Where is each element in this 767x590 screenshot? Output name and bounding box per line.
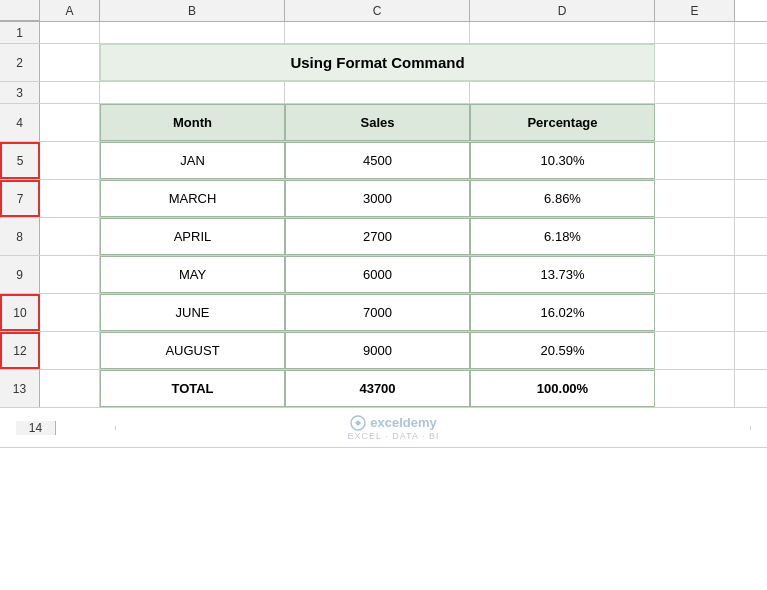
cell-9a[interactable] xyxy=(40,256,100,293)
watermark-sub: EXCEL · DATA · BI xyxy=(348,431,440,441)
cell-1e[interactable] xyxy=(655,22,735,43)
cell-1c[interactable] xyxy=(285,22,470,43)
cell-1b[interactable] xyxy=(100,22,285,43)
cell-7b: MARCH xyxy=(100,180,285,217)
row-12: 12 AUGUST 9000 20.59% xyxy=(0,332,767,370)
title-cell: Using Format Command xyxy=(100,44,655,81)
cell-13d: 100.00% xyxy=(470,370,655,407)
row-header-2: 2 xyxy=(0,44,40,81)
row-1: 1 xyxy=(0,22,767,44)
row-14: 14 exceldemy EXCEL · DATA · BI xyxy=(0,408,767,448)
cell-8e[interactable] xyxy=(655,218,735,255)
cell-5c: 4500 xyxy=(285,142,470,179)
cell-3a[interactable] xyxy=(40,82,100,103)
watermark-icon xyxy=(350,415,366,431)
cell-3c[interactable] xyxy=(285,82,470,103)
cell-5b: JAN xyxy=(100,142,285,179)
row-header-7: 7 xyxy=(0,180,40,217)
row-header-14: 14 xyxy=(16,421,56,435)
cell-10b: JUNE xyxy=(100,294,285,331)
row-header-3: 3 xyxy=(0,82,40,103)
cell-12c: 9000 xyxy=(285,332,470,369)
col-header-b: B xyxy=(100,0,285,21)
row-9: 9 MAY 6000 13.73% xyxy=(0,256,767,294)
row-3: 3 xyxy=(0,82,767,104)
row-13: 13 TOTAL 43700 100.00% xyxy=(0,370,767,408)
cell-7a[interactable] xyxy=(40,180,100,217)
cell-5a[interactable] xyxy=(40,142,100,179)
cell-7c: 3000 xyxy=(285,180,470,217)
cell-7d: 6.86% xyxy=(470,180,655,217)
cell-12d: 20.59% xyxy=(470,332,655,369)
row-header-5: 5 xyxy=(0,142,40,179)
corner-cell xyxy=(0,0,40,21)
cell-13a[interactable] xyxy=(40,370,100,407)
row-header-8: 8 xyxy=(0,218,40,255)
cell-2e[interactable] xyxy=(655,44,735,81)
header-month: Month xyxy=(100,104,285,141)
watermark-name: exceldemy xyxy=(370,415,437,430)
row-header-1: 1 xyxy=(0,22,40,43)
cell-10e[interactable] xyxy=(655,294,735,331)
row-header-4: 4 xyxy=(0,104,40,141)
header-percentage: Percentage xyxy=(470,104,655,141)
cell-12b: AUGUST xyxy=(100,332,285,369)
row-header-10: 10 xyxy=(0,294,40,331)
row-5: 5 JAN 4500 10.30% xyxy=(0,142,767,180)
row-8: 8 APRIL 2700 6.18% xyxy=(0,218,767,256)
cell-8d: 6.18% xyxy=(470,218,655,255)
cell-14a[interactable] xyxy=(56,426,116,430)
watermark: exceldemy EXCEL · DATA · BI xyxy=(348,415,440,441)
cell-5d: 10.30% xyxy=(470,142,655,179)
header-sales: Sales xyxy=(285,104,470,141)
cell-13b: TOTAL xyxy=(100,370,285,407)
spreadsheet: A B C D E 1 2 Using Format Command 3 xyxy=(0,0,767,590)
column-headers-row: A B C D E xyxy=(0,0,767,22)
row-10: 10 JUNE 7000 16.02% xyxy=(0,294,767,332)
cell-8c: 2700 xyxy=(285,218,470,255)
row-7: 7 MARCH 3000 6.86% xyxy=(0,180,767,218)
col-header-e: E xyxy=(655,0,735,21)
cell-13e[interactable] xyxy=(655,370,735,407)
col-header-a: A xyxy=(40,0,100,21)
cell-10c: 7000 xyxy=(285,294,470,331)
cell-10d: 16.02% xyxy=(470,294,655,331)
cell-3e[interactable] xyxy=(655,82,735,103)
cell-5e[interactable] xyxy=(655,142,735,179)
rows-container: 1 2 Using Format Command 3 4 Mo xyxy=(0,22,767,590)
row-header-9: 9 xyxy=(0,256,40,293)
row-2: 2 Using Format Command xyxy=(0,44,767,82)
cell-1a[interactable] xyxy=(40,22,100,43)
cell-14e[interactable] xyxy=(671,426,751,430)
col-header-d: D xyxy=(470,0,655,21)
cell-9e[interactable] xyxy=(655,256,735,293)
cell-8b: APRIL xyxy=(100,218,285,255)
cell-10a[interactable] xyxy=(40,294,100,331)
row-header-12: 12 xyxy=(0,332,40,369)
cell-3d[interactable] xyxy=(470,82,655,103)
cell-9b: MAY xyxy=(100,256,285,293)
row-4: 4 Month Sales Percentage xyxy=(0,104,767,142)
cell-3b[interactable] xyxy=(100,82,285,103)
cell-9d: 13.73% xyxy=(470,256,655,293)
cell-4e[interactable] xyxy=(655,104,735,141)
cell-13c: 43700 xyxy=(285,370,470,407)
cell-9c: 6000 xyxy=(285,256,470,293)
cell-4a[interactable] xyxy=(40,104,100,141)
cell-12a[interactable] xyxy=(40,332,100,369)
cell-1d[interactable] xyxy=(470,22,655,43)
cell-7e[interactable] xyxy=(655,180,735,217)
watermark-logo: exceldemy xyxy=(350,415,437,431)
cell-8a[interactable] xyxy=(40,218,100,255)
row-header-13: 13 xyxy=(0,370,40,407)
col-header-c: C xyxy=(285,0,470,21)
cell-2a[interactable] xyxy=(40,44,100,81)
cell-12e[interactable] xyxy=(655,332,735,369)
